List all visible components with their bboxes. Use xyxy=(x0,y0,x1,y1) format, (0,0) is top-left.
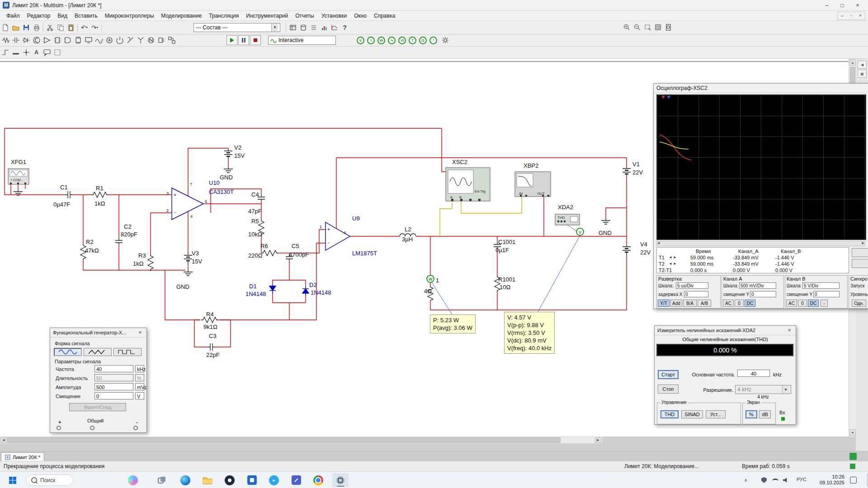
bom-list-icon[interactable] xyxy=(308,23,319,33)
menu-file[interactable]: Файл xyxy=(3,12,24,20)
t1-left-icon[interactable]: ◄ xyxy=(669,255,672,259)
place-power-icon[interactable] xyxy=(114,35,125,45)
menu-view[interactable]: Вид xyxy=(54,12,71,20)
start-button[interactable]: Старт xyxy=(658,370,679,379)
edge-icon[interactable] xyxy=(177,473,193,487)
security-tray-icon[interactable] xyxy=(761,477,767,483)
menu-reports[interactable]: Отчеты xyxy=(292,12,317,20)
channel-b-zero-button[interactable]: 0 xyxy=(798,300,807,307)
menu-tools[interactable]: Инструментарий xyxy=(242,12,292,20)
probe-voltage-current-icon[interactable]: VI xyxy=(398,37,406,44)
new-file-icon[interactable] xyxy=(0,23,10,33)
place-hierarchical-icon[interactable] xyxy=(166,35,177,45)
thd-titlebar[interactable]: Измеритель нелинейных искажений-XDA2 × xyxy=(655,326,796,335)
trigger-single-button[interactable]: Одн. xyxy=(852,300,866,307)
close-icon[interactable]: × xyxy=(137,329,144,336)
menu-window[interactable]: Окно xyxy=(350,12,370,20)
frequency-input[interactable]: 40 xyxy=(94,365,133,372)
place-cmos-icon[interactable] xyxy=(62,35,73,45)
fgen-titlebar[interactable]: Функциональный генератор-X... × xyxy=(50,328,146,338)
resolution-combobox[interactable]: 4 kHz ▼ xyxy=(735,385,791,394)
menu-place[interactable]: Вставить xyxy=(71,12,101,20)
reverse-button[interactable] xyxy=(852,248,868,257)
hscroll-thumb[interactable] xyxy=(7,437,561,443)
steam-icon[interactable] xyxy=(222,473,238,487)
channel-b-ac-button[interactable]: AC xyxy=(786,300,797,307)
square-wave-button[interactable] xyxy=(113,348,142,356)
offset-unit[interactable]: V xyxy=(135,392,144,399)
menu-edit[interactable]: Редактор xyxy=(24,12,54,20)
ba-button[interactable]: B/A xyxy=(683,300,697,307)
cursor-t2-marker[interactable] xyxy=(667,96,670,99)
common-terminal[interactable] xyxy=(90,426,94,430)
oscilloscope-window[interactable]: Осциллограф-XSC2 ◀ ▶ Время Канал_A Канал… xyxy=(653,83,868,309)
cursor-t1-marker[interactable] xyxy=(661,96,665,99)
t2-left-icon[interactable]: ◄ xyxy=(669,262,672,266)
t2-right-icon[interactable]: ► xyxy=(673,262,677,266)
plus-terminal[interactable] xyxy=(57,426,61,430)
search-box[interactable]: Поиск xyxy=(26,474,73,486)
bus-tool-icon[interactable] xyxy=(10,47,21,57)
app-icon-purple[interactable] xyxy=(288,473,304,487)
pause-simulation-button[interactable] xyxy=(238,35,249,45)
menu-mcu[interactable]: Микроконтроллеры xyxy=(101,12,158,20)
cursor-left-icon[interactable]: ◀ xyxy=(657,241,660,245)
function-generator-window[interactable]: Функциональный генератор-X... × Форма си… xyxy=(50,328,147,433)
task-view-icon[interactable] xyxy=(154,473,170,487)
graphic-tool-icon[interactable] xyxy=(52,47,62,57)
spreadsheet-view-icon[interactable] xyxy=(288,23,298,33)
yt-button[interactable]: Y/T xyxy=(658,300,670,307)
probe-digital-icon[interactable]: Ω xyxy=(419,37,427,44)
amplitude-input[interactable]: 500 xyxy=(94,383,133,390)
panel-grid-button[interactable]: ▦ xyxy=(858,70,867,78)
clock[interactable]: 10:26 09.10.2025 xyxy=(820,474,844,486)
stop-simulation-button[interactable] xyxy=(250,35,261,45)
close-icon[interactable]: × xyxy=(786,327,793,333)
zoom-area-icon[interactable] xyxy=(642,23,653,33)
maximize-button[interactable]: □ xyxy=(835,0,850,10)
frequency-unit[interactable]: kHz xyxy=(135,365,144,372)
horizontal-scrollbar[interactable]: ◀ ▶ xyxy=(0,436,602,443)
place-ttl-icon[interactable] xyxy=(52,35,62,45)
scroll-up-icon[interactable]: ▲ xyxy=(849,59,856,66)
channel-b-invert-button[interactable]: - xyxy=(821,300,828,307)
sinad-mode-button[interactable]: SINAD xyxy=(681,410,703,418)
channel-a-dc-button[interactable]: DC xyxy=(745,300,755,307)
design-tab[interactable]: Лимит 20К * xyxy=(1,452,44,462)
zoom-fit-icon[interactable] xyxy=(653,23,663,33)
place-mixed-icon[interactable] xyxy=(94,35,104,45)
copy-icon[interactable] xyxy=(55,23,66,33)
place-diode-icon[interactable] xyxy=(21,35,31,45)
redo-icon[interactable]: ↷▾ xyxy=(90,23,100,33)
volume-icon[interactable] xyxy=(783,478,788,483)
cursor-right-icon[interactable]: ▶ xyxy=(862,241,864,245)
probe-voltage-ref-icon[interactable]: T xyxy=(409,37,416,44)
undo-icon[interactable]: ↶▾ xyxy=(79,23,90,33)
notification-icon[interactable] xyxy=(850,477,857,483)
distortion-analyzer-window[interactable]: Измеритель нелинейных искажений-XDA2 × О… xyxy=(654,325,796,425)
place-electromech-icon[interactable] xyxy=(146,35,156,45)
start-button[interactable] xyxy=(5,473,21,487)
design-toolbox-icon[interactable] xyxy=(849,453,857,460)
zoom-in-icon[interactable] xyxy=(622,23,632,33)
mdi-close-icon[interactable]: × xyxy=(856,12,865,19)
place-connector-icon[interactable] xyxy=(156,35,166,45)
oscilloscope-titlebar[interactable]: Осциллограф-XSC2 xyxy=(654,84,868,93)
channel-b-dc-button[interactable]: DC xyxy=(808,300,819,307)
run-simulation-button[interactable] xyxy=(226,35,237,45)
analysis-icon[interactable] xyxy=(329,23,340,33)
place-rf-icon[interactable] xyxy=(135,35,146,45)
channel-a-scale-input[interactable]: 500 mV/Div xyxy=(739,282,776,289)
add-button[interactable]: Add xyxy=(670,300,682,307)
mdi-restore-icon[interactable]: ▫ xyxy=(847,12,856,19)
tray-expand-icon[interactable]: ∧ xyxy=(744,478,747,483)
scroll-left-icon[interactable]: ◀ xyxy=(0,437,7,443)
wire-tool-icon[interactable] xyxy=(0,47,10,57)
text-tool-icon[interactable]: A xyxy=(31,47,42,57)
copilot-icon[interactable] xyxy=(125,473,141,487)
scroll-right-icon[interactable]: ▶ xyxy=(595,437,601,443)
sine-wave-button[interactable] xyxy=(54,348,82,356)
menu-simulate[interactable]: Моделирование xyxy=(157,12,205,20)
cut-icon[interactable] xyxy=(45,23,55,33)
comment-tool-icon[interactable] xyxy=(42,47,52,57)
